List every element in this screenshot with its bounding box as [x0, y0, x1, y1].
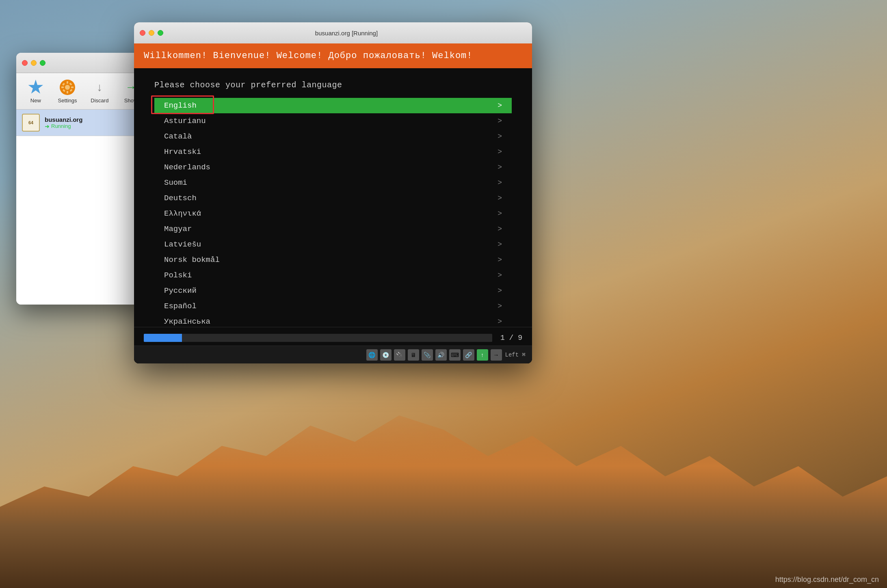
choose-language-prompt: Please choose your preferred language	[154, 80, 512, 90]
arrow-right-icon: →	[491, 349, 502, 361]
language-item-russian[interactable]: Русский >	[154, 283, 512, 298]
vm-close-button[interactable]	[140, 30, 145, 36]
settings-icon-container	[59, 79, 76, 96]
arrow-icon: >	[498, 117, 502, 125]
language-list: English > Asturianu > Català > Hrvatski …	[154, 98, 512, 327]
vm-title: busuanzi.org [Running]	[167, 30, 526, 37]
discard-label: Discard	[91, 97, 108, 104]
vm-badge: 64	[22, 114, 40, 132]
vm-window: busuanzi.org [Running] Willkommen! Bienv…	[134, 22, 532, 363]
sidebar-content: 64 busuanzi.org ➜ Running	[16, 110, 150, 305]
language-item-asturianu[interactable]: Asturianu >	[154, 113, 512, 129]
language-name: Nederlands	[164, 163, 210, 172]
arrow-icon: >	[498, 210, 502, 218]
language-item-nederlands[interactable]: Nederlands >	[154, 160, 512, 175]
sidebar-titlebar	[16, 53, 150, 73]
url-bar: https://blog.csdn.net/dr_com_cn	[775, 575, 879, 584]
vm-titlebar: busuanzi.org [Running]	[134, 22, 532, 43]
language-item-deutsch[interactable]: Deutsch >	[154, 190, 512, 206]
network-icon: 🔌	[394, 349, 405, 361]
language-name: Українська	[164, 317, 210, 326]
arrow-icon: >	[498, 163, 502, 171]
arrow-icon: >	[498, 102, 502, 110]
arrow-icon: >	[498, 271, 502, 279]
language-name: Hrvatski	[164, 147, 201, 156]
vm-info: busuanzi.org ➜ Running	[45, 116, 145, 130]
vm-status: ➜ Running	[45, 123, 145, 130]
welcome-banner: Willkommen! Bienvenue! Welcome! Добро по…	[134, 43, 532, 68]
language-item-magyar[interactable]: Magyar >	[154, 221, 512, 237]
language-name: Русский	[164, 286, 197, 295]
monitor-icon: 🖥	[408, 349, 419, 361]
language-item-ukrainian[interactable]: Українська >	[154, 314, 512, 327]
language-item-norsk[interactable]: Norsk bokmål >	[154, 252, 512, 268]
virtualbox-manager-window: New	[16, 53, 150, 305]
settings-label: Settings	[58, 97, 77, 104]
sidebar-toolbar: New	[16, 73, 150, 110]
usb2-icon: 🔗	[463, 349, 474, 361]
language-name: Ελληνικά	[164, 209, 201, 218]
status-icons: 🌐 💿 🔌 🖥 📎 🔊 ⌨ 🔗 ↑ →	[366, 349, 502, 361]
arrow-icon: >	[498, 240, 502, 249]
vm-name: busuanzi.org	[45, 116, 145, 123]
language-name: Magyar	[164, 225, 192, 233]
keyboard-icon: ⌨	[449, 349, 461, 361]
svg-rect-5	[71, 86, 74, 88]
arrow-icon: >	[498, 132, 502, 141]
terminal-body: Willkommen! Bienvenue! Welcome! Добро по…	[134, 43, 532, 363]
terminal-footer: 1 / 9 Use UP, DOWN and ENTER keys to sel…	[134, 327, 532, 363]
settings-button[interactable]: Settings	[53, 76, 82, 107]
vm-minimize-button[interactable]	[149, 30, 154, 36]
language-name: Norsk bokmål	[164, 255, 220, 264]
language-item-suomi[interactable]: Suomi >	[154, 175, 512, 190]
language-name: Suomi	[164, 178, 187, 187]
svg-rect-3	[67, 91, 68, 93]
language-name: English	[164, 101, 197, 110]
minimize-button[interactable]	[31, 60, 37, 66]
discard-button[interactable]: ↓ Discard	[86, 76, 113, 107]
arrow-icon: >	[498, 179, 502, 187]
arrow-icon: >	[498, 256, 502, 264]
green-icon: ↑	[477, 349, 488, 361]
vm-list-item[interactable]: 64 busuanzi.org ➜ Running	[16, 110, 150, 136]
language-selection-area: Please choose your preferred language En…	[134, 68, 532, 327]
usb-icon: 📎	[422, 349, 433, 361]
language-name: Polski	[164, 271, 192, 280]
vm-maximize-button[interactable]	[158, 30, 163, 36]
audio-icon: 🔊	[435, 349, 447, 361]
language-item-catala[interactable]: Català >	[154, 129, 512, 144]
svg-point-1	[65, 85, 70, 90]
arrow-icon: >	[498, 318, 502, 326]
close-button[interactable]	[22, 60, 28, 66]
new-button[interactable]: New	[22, 76, 49, 107]
url-text: https://blog.csdn.net/dr_com_cn	[775, 575, 879, 584]
progress-track	[144, 334, 492, 342]
progress-fill	[144, 334, 182, 342]
language-name: Català	[164, 132, 192, 141]
language-item-hrvatski[interactable]: Hrvatski >	[154, 144, 512, 160]
discard-icon-container: ↓	[91, 79, 108, 96]
language-item-espanol[interactable]: Español >	[154, 298, 512, 314]
language-item-english[interactable]: English >	[154, 98, 512, 113]
language-item-polski[interactable]: Polski >	[154, 268, 512, 283]
progress-label: 1 / 9	[500, 334, 522, 342]
star-icon	[28, 80, 43, 95]
arrow-icon: >	[498, 302, 502, 310]
language-item-latviesu[interactable]: Latviešu >	[154, 237, 512, 252]
svg-rect-4	[61, 86, 64, 88]
language-name: Deutsch	[164, 194, 197, 203]
svg-rect-2	[67, 81, 68, 84]
status-bar: 🌐 💿 🔌 🖥 📎 🔊 ⌨ 🔗 ↑ → Left ⌘	[134, 346, 532, 363]
new-label: New	[30, 97, 41, 104]
arrow-icon: >	[498, 148, 502, 156]
new-icon-container	[27, 79, 44, 96]
keyboard-shortcut-label: Left ⌘	[505, 351, 526, 358]
language-name: Español	[164, 302, 197, 311]
language-item-greek[interactable]: Ελληνικά >	[154, 206, 512, 221]
arrow-icon: >	[498, 194, 502, 202]
discard-arrow-icon: ↓	[92, 80, 107, 95]
progress-bar-container: 1 / 9	[144, 334, 522, 342]
maximize-button[interactable]	[40, 60, 45, 66]
gear-icon	[60, 80, 75, 95]
running-arrow-icon: ➜	[45, 123, 50, 130]
